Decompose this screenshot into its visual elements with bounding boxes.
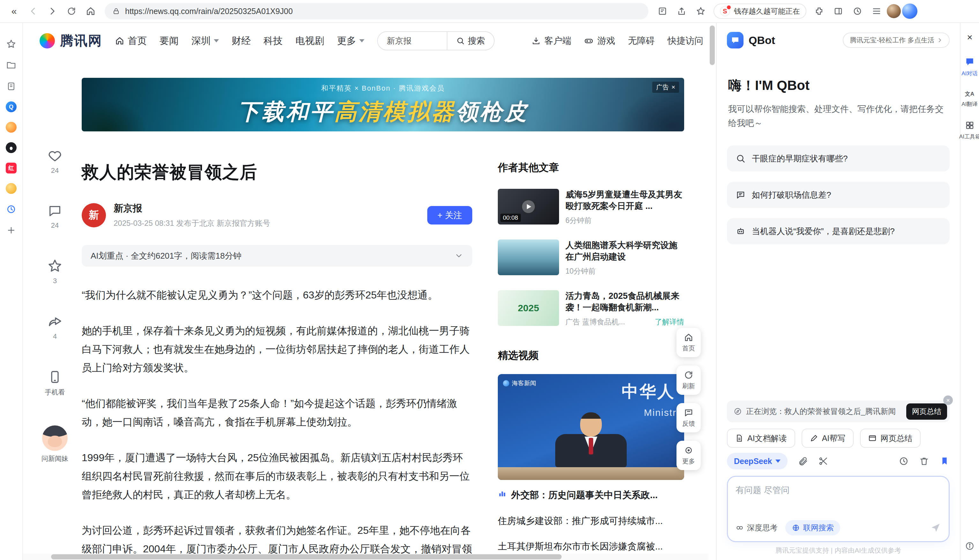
reader-mode-button[interactable] [653,2,672,20]
qq-browser-app-icon[interactable]: Q [6,102,17,112]
mobile-view-button[interactable]: 手机看 [45,369,65,397]
nav-tv[interactable]: 电视剧 [296,35,324,48]
site-logo[interactable]: 腾讯网 [40,32,102,50]
nav-more[interactable]: 更多 [337,35,364,48]
ai-write-button[interactable]: AI帮写 [802,428,854,448]
follow-button[interactable]: + 关注 [427,206,472,225]
ad-details-link[interactable]: 了解详情 [655,317,684,327]
horizontal-scrollbar[interactable] [23,553,708,560]
add-app-button[interactable] [5,225,17,236]
close-panel-button[interactable]: × [967,32,972,43]
pin-button[interactable] [939,456,950,466]
nav-news[interactable]: 要闻 [160,35,179,48]
news-link[interactable]: 住房城乡建设部：推广形成可持续城市... [498,514,684,527]
send-button[interactable] [930,522,941,533]
message-input[interactable] [735,484,941,517]
featured-video-caption[interactable]: 外交部：历史问题事关中日关系政... [498,489,684,502]
input-toolbar: 深度思考 联网搜索 [735,520,941,535]
search-input[interactable] [378,36,447,46]
qbot-input-box: 深度思考 联网搜索 [727,476,950,542]
float-more-button[interactable]: 更多 [677,441,701,470]
banner-ad[interactable]: 和平精英 × BonBon · 腾讯游戏会员 下载和平高清模拟器领枪皮 广告× [82,78,684,132]
collapse-sidebar-button[interactable]: « [5,2,23,20]
list-item[interactable]: 人类细胞谱系大科学研究设施在广州启动建设 10分钟前 [498,240,684,276]
scrollbar-thumb[interactable] [710,25,715,65]
author-row: 新 新京报 2025-03-25 08:31 发布于北京 新京报官方账号 + 关… [82,202,472,228]
user-avatar[interactable] [887,4,901,18]
star-button[interactable]: 3 [47,258,63,285]
site-search: 搜索 [377,31,495,50]
dismiss-browsing-button[interactable]: × [943,395,953,405]
suggestion-item[interactable]: 干眼症的早期症状有哪些? [727,145,950,172]
nav-finance[interactable]: 财经 [232,35,251,48]
share-button[interactable] [673,2,690,20]
ai-toolbox-tab[interactable]: AI工具箱 [959,120,979,140]
float-refresh-button[interactable]: 刷新 [677,365,701,395]
url-bar[interactable]: https://news.qq.com/rain/a/20250325A01X9… [105,3,648,20]
recent-app-icon[interactable] [5,203,17,215]
games-button[interactable]: 游戏 [584,35,615,47]
chat-history-button[interactable] [899,456,909,466]
comment-button[interactable]: 24 [48,203,62,230]
featured-video[interactable]: 中华人 Ministr 海客新闻 [498,374,684,480]
paragraph: 1999年，厦门遭遇了一场特大台风，25位渔民被困孤岛。新店镇刘五店村村民彭秀环… [82,448,472,504]
web-search-toggle[interactable]: 联网搜索 [785,520,840,535]
favorites-button[interactable] [5,38,17,50]
like-button[interactable]: 24 [47,148,63,175]
nav-shenzhen[interactable]: 深圳 [192,35,219,48]
refresh-button[interactable] [63,2,80,20]
model-selector[interactable]: DeepSeek [727,453,787,470]
accessibility-button[interactable]: 无障碍 [628,35,655,47]
extension-ticker[interactable]: S 钱存越久越可能正在 [713,3,806,19]
browser-assistant-button[interactable] [902,3,917,19]
quick-access-button[interactable]: 快捷访问 [668,35,703,47]
ai-translate-tab[interactable]: 文A AI翻译 [961,90,978,108]
news-assistant-button[interactable]: 问新闻妹 [42,425,68,463]
forward-button[interactable] [43,2,61,20]
notes-button[interactable] [5,80,17,92]
yuanbao-promo-link[interactable]: 腾讯元宝-轻松工作 多点生活 [843,33,950,48]
attach-button[interactable] [798,456,808,466]
scrollbar-thumb[interactable] [51,554,561,559]
extensions-button[interactable] [810,2,828,20]
ai-doc-read-button[interactable]: AI文档解读 [727,428,795,448]
list-item[interactable]: 00:08 威海5岁男童疑遭生母及其男友殴打致死案今日开庭 ... 6分钟前 [498,189,684,225]
bookmark-page-button[interactable] [692,2,710,20]
split-view-button[interactable] [829,2,847,20]
nav-home[interactable]: 首页 [115,35,147,48]
scissors-icon [818,456,829,466]
clear-chat-button[interactable] [919,456,929,466]
nav-tech[interactable]: 科技 [264,35,283,48]
huya-app-icon[interactable] [6,183,17,194]
info-button[interactable] [965,541,975,551]
author-name[interactable]: 新京报 [114,202,270,215]
vertical-scrollbar[interactable] [708,24,716,551]
ai-chat-tab[interactable]: AI对话 [961,57,978,77]
client-download-button[interactable]: 客户端 [531,35,571,47]
summarize-page-pill[interactable]: 网页总结 [906,403,947,420]
author-avatar[interactable]: 新 [82,203,106,227]
news-link[interactable]: 土耳其伊斯坦布尔市市长因涉嫌贪腐被... [498,540,684,553]
float-feedback-button[interactable]: 反馈 [677,403,701,432]
penguin-app-icon[interactable] [6,142,17,153]
history-button[interactable] [849,2,866,20]
suggestion-item[interactable]: 当机器人说“我爱你”，是喜剧还是悲剧? [727,218,950,244]
search-button[interactable]: 搜索 [447,32,494,50]
collections-button[interactable] [5,59,17,71]
list-item[interactable]: 2025 活力青岛，2025食品机械展来袭！一起嗨翻食机新潮... 广告 蓝博食… [498,290,684,327]
ad-tag[interactable]: 广告× [652,82,679,93]
float-home-button[interactable]: 首页 [677,328,701,357]
page-summary-button[interactable]: 网页总结 [860,428,921,448]
share-button[interactable]: 4 [47,314,63,341]
menu-button[interactable] [868,2,885,20]
screenshot-button[interactable] [818,456,829,466]
back-button[interactable] [24,2,42,20]
suggestion-item[interactable]: 如何打破职场信息差? [727,182,950,208]
ai-summary-bar[interactable]: AI划重点 · 全文约6201字，阅读需18分钟 [82,245,472,267]
deep-think-toggle[interactable]: 深度思考 [735,523,778,533]
xiaohongshu-app-icon[interactable]: 红 [6,163,17,173]
webpage-icon [868,434,877,442]
home-button[interactable] [82,2,100,20]
compass-app-icon[interactable] [6,122,17,133]
item-meta: 10分钟前 [565,266,684,276]
